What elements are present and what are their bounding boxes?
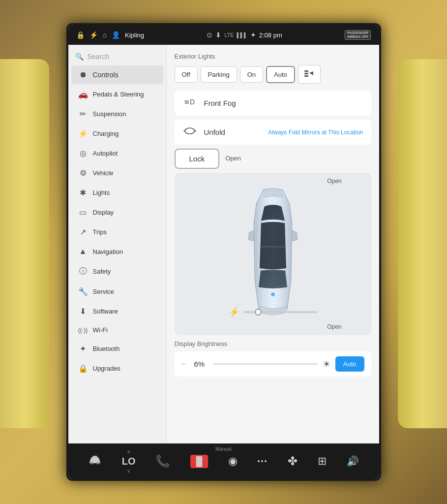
svg-rect-2 — [304, 75, 308, 77]
seat-left — [0, 59, 49, 428]
lights-extra-button[interactable] — [298, 65, 321, 84]
sidebar-item-bluetooth[interactable]: ✦ Bluetooth — [71, 339, 163, 358]
suspension-icon: ✏ — [78, 109, 88, 119]
sidebar-item-safety[interactable]: ⓘ Safety — [71, 261, 163, 282]
sidebar-label-service: Service — [93, 288, 114, 295]
user-icon: 👤 — [112, 31, 120, 39]
sidebar-item-suspension[interactable]: ✏ Suspension — [71, 104, 163, 124]
sidebar-item-service[interactable]: 🔧 Service — [71, 282, 163, 301]
sidebar-item-navigation[interactable]: ▲ Navigation — [71, 242, 163, 261]
sidebar-item-trips[interactable]: ↗ Trips — [71, 222, 163, 242]
svg-rect-1 — [304, 73, 308, 74]
bolt-icon: ⚡ — [89, 31, 98, 39]
sidebar-item-vehicle[interactable]: ⚙ Vehicle — [71, 163, 163, 183]
manual-label: Manual — [215, 446, 232, 452]
home-icon: ⌂ — [103, 31, 107, 39]
lights-row: Off Parking On Auto — [175, 65, 371, 84]
taskbar-music-icon: ▐▌ — [190, 455, 208, 468]
taskbar-phone-icon: 📞 — [155, 454, 170, 468]
taskbar-apps-button[interactable]: ⊞ — [318, 455, 327, 468]
software-icon: ⬇ — [78, 307, 88, 316]
taskbar-arrows: ∧ — [127, 449, 130, 454]
taskbar-camera-button[interactable]: ◉ — [228, 455, 238, 468]
car-top-view-svg — [229, 185, 317, 323]
lights-on-button[interactable]: On — [240, 66, 263, 83]
main-content: 🔍 Search ⏺ Controls 🚗 Pedals & Steering … — [68, 45, 379, 443]
status-right: PASSENGER AIRBAG OFF — [345, 30, 371, 40]
sidebar-label-safety: Safety — [93, 268, 111, 275]
svg-point-4 — [185, 128, 195, 134]
status-left: 🔒 ⚡ ⌂ 👤 Kipling — [76, 31, 145, 39]
taskbar-temp-button[interactable]: ∧ LO ∨ — [122, 449, 136, 473]
sidebar-item-wifi[interactable]: ((·)) Wi-Fi — [71, 321, 163, 339]
sidebar-item-controls[interactable]: ⏺ Controls — [71, 65, 163, 84]
upgrades-icon: 🔒 — [78, 364, 88, 373]
sidebar-item-display[interactable]: ▭ Display — [71, 203, 163, 222]
lock-icon: 🔒 — [76, 31, 85, 39]
open-label-bottom: Open — [327, 323, 341, 330]
lights-off-button[interactable]: Off — [175, 66, 198, 83]
temp-up-arrow: ∧ — [127, 449, 130, 454]
taskbar-camera-icon: ◉ — [228, 455, 238, 468]
airbag-badge: PASSENGER AIRBAG OFF — [345, 30, 371, 40]
search-bar[interactable]: 🔍 Search — [68, 50, 166, 63]
taskbar-phone-button[interactable]: 📞 — [155, 454, 170, 468]
svg-point-12 — [90, 462, 93, 465]
taskbar-music-button[interactable]: ▐▌ — [190, 455, 208, 468]
sidebar-item-lights[interactable]: ✱ Lights — [71, 183, 163, 202]
sidebar-label-display: Display — [93, 209, 114, 216]
fold-mirrors-link[interactable]: Always Fold Mirrors at This Location — [268, 129, 363, 136]
bluetooth-sidebar-icon: ✦ — [78, 344, 88, 353]
mirror-icon — [182, 126, 197, 139]
sidebar-label-suspension: Suspension — [93, 110, 126, 118]
username: Kipling — [125, 32, 144, 39]
sidebar-item-pedals[interactable]: 🚗 Pedals & Steering — [71, 85, 163, 104]
lights-parking-button[interactable]: Parking — [201, 66, 237, 83]
taskbar-arrows-down: ∨ — [127, 469, 130, 473]
svg-text:≋D: ≋D — [184, 98, 195, 106]
taskbar-car-button[interactable] — [88, 454, 102, 468]
service-icon: 🔧 — [78, 287, 88, 296]
taskbar: Manual ∧ LO — [68, 443, 379, 479]
status-bar: 🔒 ⚡ ⌂ 👤 Kipling ⊙ ⬇ LTE ▌▌▌ ✦ 2:08 pm P — [68, 25, 379, 45]
brightness-title: Display Brightness — [175, 340, 371, 347]
lock-button[interactable]: Lock — [175, 149, 220, 169]
lights-icon: ✱ — [78, 188, 88, 197]
taskbar-volume-icon: 🔊 — [347, 455, 359, 467]
taskbar-volume-button[interactable]: 🔊 — [347, 455, 359, 467]
brightness-value: 6% — [191, 360, 208, 368]
taskbar-more-button[interactable]: ••• — [258, 457, 268, 465]
fog-icon: ≋D — [182, 96, 197, 110]
lights-auto-button[interactable]: Auto — [266, 66, 295, 83]
screen-container: 🔒 ⚡ ⌂ 👤 Kipling ⊙ ⬇ LTE ▌▌▌ ✦ 2:08 pm P — [66, 23, 381, 481]
lights-extra-icon — [304, 69, 314, 77]
signal-icon: ▌▌▌ — [237, 32, 247, 38]
sidebar-item-autopilot[interactable]: ◎ Autopilot — [71, 144, 163, 163]
taskbar-fan-button[interactable]: ✤ — [288, 454, 298, 468]
charge-slider[interactable] — [243, 311, 317, 313]
screen: 🔒 ⚡ ⌂ 👤 Kipling ⊙ ⬇ LTE ▌▌▌ ✦ 2:08 pm P — [68, 25, 379, 479]
sidebar-label-bluetooth: Bluetooth — [93, 345, 120, 352]
brightness-decrease-button[interactable]: − — [181, 360, 186, 369]
open-label-top: Open — [327, 178, 341, 185]
brightness-row: − 6% ☀ Auto — [175, 351, 371, 377]
download-icon: ⬇ — [215, 31, 221, 39]
sidebar-item-upgrades[interactable]: 🔒 Upgrades — [71, 359, 163, 378]
brightness-slider[interactable] — [213, 363, 318, 365]
sidebar-label-software: Software — [93, 308, 118, 315]
lte-label: LTE — [224, 32, 234, 38]
temp-down-arrow: ∨ — [127, 469, 130, 473]
right-panel: Exterior Lights Off Parking On Auto — [167, 45, 379, 443]
autopilot-icon: ◎ — [78, 149, 88, 158]
brightness-sun-icon: ☀ — [323, 359, 330, 370]
car-visualization: Open — [175, 173, 371, 335]
sidebar-item-charging[interactable]: ⚡ Charging — [71, 124, 163, 143]
safety-icon: ⓘ — [78, 266, 88, 277]
open-label-header: Open — [225, 149, 241, 162]
taskbar-more-icon: ••• — [258, 457, 268, 465]
brightness-auto-button[interactable]: Auto — [335, 356, 364, 372]
vehicle-icon: ⚙ — [78, 168, 88, 178]
sidebar-item-software[interactable]: ⬇ Software — [71, 302, 163, 321]
status-center: ⊙ ⬇ LTE ▌▌▌ ✦ 2:08 pm — [207, 31, 282, 39]
search-icon: 🔍 — [75, 53, 84, 61]
